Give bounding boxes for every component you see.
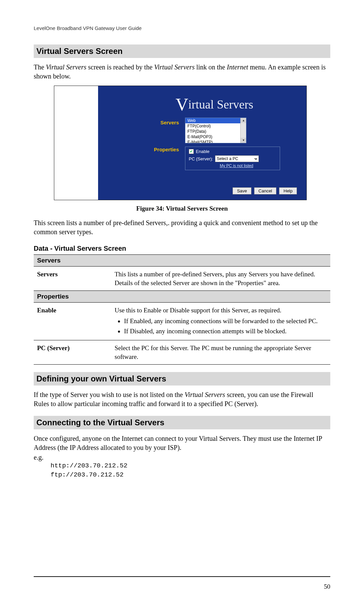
help-button[interactable]: Help (279, 187, 297, 194)
data-table: Servers Servers This lists a number of p… (34, 254, 330, 365)
save-button[interactable]: Save (233, 187, 251, 194)
screenshot-title: Virtual Servers (176, 95, 253, 115)
defining-paragraph: If the type of Server you wish to use is… (34, 390, 330, 408)
page-number: 50 (324, 583, 330, 590)
scrollbar[interactable]: ▴ ▾ (240, 118, 246, 143)
example-block: http://203.70.212.52 ftp://203.70.212.52 (51, 461, 330, 479)
text: Use this to Enable or Disable support fo… (115, 307, 281, 314)
page: LevelOne Broadband VPN Gateway User Guid… (0, 0, 364, 614)
figure-caption: Figure 34: Virtual Servers Screen (34, 205, 330, 212)
torn-edge-decoration (54, 86, 98, 200)
table-section-servers: Servers (34, 255, 330, 267)
list-item[interactable]: E-Mail(POP3) (185, 134, 246, 140)
screenshot-virtual-servers: Virtual Servers Servers Properties Web F… (54, 86, 307, 200)
document-header: LevelOne Broadband VPN Gateway User Guid… (34, 25, 330, 31)
properties-panel: ✔ Enable PC (Server): Select a PC My PC … (185, 147, 280, 170)
section-heading-connecting: Connecting to the Virtual Servers (34, 416, 330, 429)
my-pc-not-listed-link[interactable]: My PC is not listed (220, 163, 253, 168)
subsection-heading-data: Data - Virtual Servers Screen (34, 245, 330, 252)
connecting-paragraph: Once configured, anyone on the Internet … (34, 434, 330, 452)
text-italic: Virtual Servers (46, 63, 86, 71)
enable-checkbox[interactable]: ✔ (189, 149, 194, 154)
scroll-up-icon[interactable]: ▴ (241, 118, 246, 123)
row-label: Enable (34, 303, 111, 340)
pc-server-label: PC (Server): (189, 156, 213, 161)
row-label: PC (Server) (34, 340, 111, 365)
text: The (34, 63, 46, 71)
intro-paragraph: The Virtual Servers screen is reached by… (34, 63, 330, 81)
title-initial: V (176, 95, 188, 114)
after-figure-paragraph: This screen lists a number of pre-define… (34, 218, 330, 237)
scroll-down-icon[interactable]: ▾ (241, 138, 246, 143)
eg-label: e.g. (34, 454, 330, 461)
button-row: Save Cancel Help (233, 187, 297, 194)
section-heading-virtual-servers: Virtual Servers Screen (34, 44, 330, 58)
text: screen is reached by the (86, 63, 154, 71)
pc-server-select[interactable]: Select a PC (215, 155, 259, 162)
cancel-button[interactable]: Cancel (254, 187, 276, 194)
text: If the type of Server you wish to use is… (34, 391, 185, 398)
table-row: PC (Server) Select the PC for this Serve… (34, 340, 330, 365)
text-italic: Internet (227, 63, 248, 71)
label-servers: Servers (139, 120, 179, 125)
servers-listbox[interactable]: Web FTP(Control) FTP(Data) E-Mail(POP3) … (185, 118, 246, 143)
table-row: Enable Use this to Enable or Disable sup… (34, 303, 330, 340)
row-text: This lists a number of pre-defined Serve… (111, 267, 330, 291)
table-row: Servers This lists a number of pre-defin… (34, 267, 330, 291)
list-item[interactable]: Web (185, 118, 246, 123)
bullet: If Enabled, any incoming connections wil… (124, 317, 327, 326)
footer-divider (34, 576, 330, 577)
row-text: Use this to Enable or Disable support fo… (111, 303, 330, 340)
row-text: Select the PC for this Server. The PC mu… (111, 340, 330, 365)
table-section-properties: Properties (34, 291, 330, 303)
text-italic: Virtual Servers (185, 391, 225, 398)
text-italic: Virtual Servers (154, 63, 194, 71)
list-item[interactable]: E-Mail(SMTP) (185, 140, 246, 143)
label-properties: Properties (139, 147, 179, 152)
section-heading-defining: Defining your own Virtual Servers (34, 372, 330, 386)
enable-label: Enable (196, 149, 209, 154)
row-label: Servers (34, 267, 111, 291)
example-url: http://203.70.212.52 (51, 461, 330, 470)
title-rest: irtual Servers (188, 98, 253, 111)
list-item[interactable]: FTP(Data) (185, 129, 246, 134)
bullet: If Disabled, any incoming connection att… (124, 327, 327, 336)
list-item[interactable]: FTP(Control) (185, 123, 246, 129)
example-url: ftp://203.70.212.52 (51, 470, 330, 480)
text: link on the (194, 63, 227, 71)
